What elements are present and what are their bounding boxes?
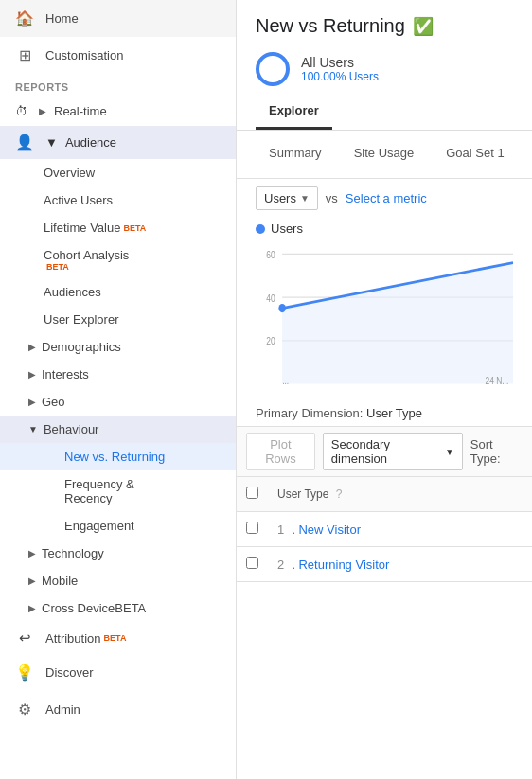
chart-area: Users 60 40 20 24 N... ... xyxy=(237,218,532,395)
table-header-checkbox xyxy=(237,477,268,512)
svg-text:20: 20 xyxy=(266,336,275,347)
lifetime-value-beta: BETA xyxy=(123,223,146,233)
sidebar-item-overview[interactable]: Overview xyxy=(0,159,236,186)
lifetime-value-label: Lifetime Value xyxy=(44,221,120,235)
sidebar-item-audience[interactable]: 👤 ▼ Audience xyxy=(0,126,236,159)
page-title: New vs Returning xyxy=(256,15,405,37)
cross-device-label: Cross Device xyxy=(42,601,115,615)
svg-text:40: 40 xyxy=(266,292,275,304)
sidebar-item-audiences[interactable]: Audiences xyxy=(0,278,236,306)
table-controls: Plot Rows Secondary dimension ▼ Sort Typ… xyxy=(237,426,532,477)
segment-bar: All Users 100.00% Users xyxy=(237,44,532,94)
sidebar-item-customisation[interactable]: ⊞ Customisation xyxy=(0,37,236,74)
audience-icon: 👤 xyxy=(15,133,34,151)
overview-label: Overview xyxy=(44,166,95,180)
realtime-arrow: ▶ xyxy=(39,106,46,116)
chart-legend: Users xyxy=(256,218,513,243)
realtime-label: Real-time xyxy=(54,104,107,118)
user-explorer-label: User Explorer xyxy=(44,312,118,327)
sidebar-item-geo[interactable]: ▶ Geo xyxy=(0,388,236,416)
demographics-arrow: ▶ xyxy=(28,342,36,352)
secondary-dimension-button[interactable]: Secondary dimension ▼ xyxy=(323,433,463,470)
tab-site-usage[interactable]: Site Usage xyxy=(341,136,428,172)
svg-text:24 N...: 24 N... xyxy=(485,375,508,386)
sidebar-item-attribution[interactable]: ↩ Attribution BETA xyxy=(0,622,236,654)
svg-text:60: 60 xyxy=(266,249,275,260)
metric-button[interactable]: Users ▼ xyxy=(256,186,318,210)
metric-label: Users xyxy=(264,191,296,205)
metric-selector: Users ▼ vs Select a metric xyxy=(237,179,532,218)
sidebar-item-home[interactable]: 🏠 Home xyxy=(0,0,236,37)
tab-explorer[interactable]: Explorer xyxy=(256,94,332,130)
sidebar-item-admin[interactable]: ⚙ Admin xyxy=(0,691,236,728)
interests-label: Interests xyxy=(42,367,89,381)
cohort-analysis-label: Cohort Analysis xyxy=(44,248,129,262)
table-row: 2. Returning Visitor xyxy=(237,547,532,582)
discover-label: Discover xyxy=(45,665,94,680)
home-label: Home xyxy=(45,11,79,26)
sidebar-item-cohort-analysis[interactable]: Cohort Analysis BETA xyxy=(0,241,236,278)
row-2-checkbox-cell xyxy=(237,547,268,582)
segment-percentage: 100.00% Users xyxy=(301,70,379,83)
behaviour-arrow: ▼ xyxy=(28,424,38,434)
segment-circle xyxy=(256,52,290,86)
svg-text:...: ... xyxy=(282,375,289,386)
sidebar-item-realtime[interactable]: ⏱ ▶ Real-time xyxy=(0,97,236,126)
new-vs-returning-label: New vs. Returning xyxy=(64,450,165,464)
demographics-label: Demographics xyxy=(42,340,121,354)
admin-label: Admin xyxy=(45,702,80,717)
sidebar-item-frequency-recency[interactable]: Frequency &Recency xyxy=(0,470,236,512)
sidebar-item-interests[interactable]: ▶ Interests xyxy=(0,361,236,388)
sidebar-item-active-users[interactable]: Active Users xyxy=(0,186,236,214)
behaviour-label: Behaviour xyxy=(44,422,99,436)
attribution-label: Attribution xyxy=(45,631,101,646)
sidebar-item-lifetime-value[interactable]: Lifetime Value BETA xyxy=(0,214,236,241)
sidebar-item-mobile[interactable]: ▶ Mobile xyxy=(0,567,236,594)
user-type-help-icon[interactable]: ? xyxy=(336,487,343,501)
geo-arrow: ▶ xyxy=(28,397,36,407)
metric-dropdown-arrow: ▼ xyxy=(300,193,310,204)
tab-summary[interactable]: Summary xyxy=(256,136,335,172)
row-2-num: 2 xyxy=(277,558,284,572)
sidebar-item-user-explorer[interactable]: User Explorer xyxy=(0,306,236,333)
row-1-checkbox[interactable] xyxy=(246,522,258,534)
secondary-dim-arrow: ▼ xyxy=(445,447,454,457)
segment-name: All Users xyxy=(301,55,379,70)
row-2-checkbox[interactable] xyxy=(246,557,258,569)
audience-label: Audience xyxy=(65,135,116,150)
plot-rows-button[interactable]: Plot Rows xyxy=(246,433,315,470)
sidebar-item-technology[interactable]: ▶ Technology xyxy=(0,540,236,567)
row-2-cell: 2. Returning Visitor xyxy=(268,547,532,582)
sidebar-item-engagement[interactable]: Engagement xyxy=(0,512,236,540)
attribution-icon: ↩ xyxy=(15,629,34,646)
home-icon: 🏠 xyxy=(15,9,34,27)
engagement-label: Engagement xyxy=(64,519,134,533)
discover-icon: 💡 xyxy=(15,664,34,682)
row-2-link[interactable]: Returning Visitor xyxy=(298,558,389,572)
sidebar: 🏠 Home ⊞ Customisation REPORTS ⏱ ▶ Real-… xyxy=(0,0,237,779)
primary-dimension: Primary Dimension: User Type xyxy=(237,395,532,426)
verified-badge: ✅ xyxy=(413,16,434,37)
sidebar-item-cross-device[interactable]: ▶ Cross Device BETA xyxy=(0,594,236,622)
table-row: 1. New Visitor xyxy=(237,512,532,547)
legend-dot xyxy=(256,224,265,234)
customisation-label: Customisation xyxy=(45,48,123,62)
select-metric-link[interactable]: Select a metric xyxy=(346,191,427,205)
realtime-icon: ⏱ xyxy=(15,104,27,118)
row-1-num: 1 xyxy=(277,522,284,537)
tab-ecomm[interactable]: E-comm... xyxy=(523,136,532,172)
cross-device-beta: BETA xyxy=(115,601,146,615)
primary-dim-value: User Type xyxy=(366,406,422,420)
sidebar-item-new-vs-returning[interactable]: New vs. Returning xyxy=(0,443,236,470)
sidebar-item-demographics[interactable]: ▶ Demographics xyxy=(0,333,236,361)
interests-arrow: ▶ xyxy=(28,369,36,380)
primary-dim-label: Primary Dimension: xyxy=(256,406,363,420)
tab-goal-set-1[interactable]: Goal Set 1 xyxy=(433,136,517,172)
select-all-checkbox[interactable] xyxy=(246,487,258,499)
main-content: New vs Returning ✅ All Users 100.00% Use… xyxy=(237,0,532,779)
row-1-link[interactable]: New Visitor xyxy=(298,522,361,537)
sidebar-item-discover[interactable]: 💡 Discover xyxy=(0,654,236,691)
sub-tab-row: Summary Site Usage Goal Set 1 E-comm... xyxy=(237,131,532,179)
attribution-beta: BETA xyxy=(104,633,127,643)
sidebar-item-behaviour[interactable]: ▼ Behaviour xyxy=(0,416,236,443)
